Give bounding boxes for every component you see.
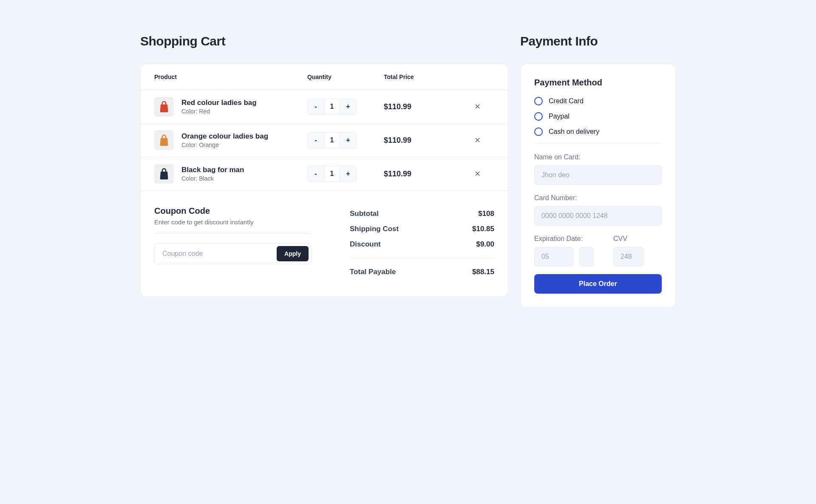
card-number-input[interactable] [534, 206, 662, 226]
coupon-subtitle: Enter code to get discount instantly [154, 218, 312, 226]
cart-row: Black bag for manColor: Black-1+$110.99✕ [141, 157, 508, 191]
payment-divider [534, 143, 662, 143]
shipping-value: $10.85 [472, 225, 494, 233]
qty-decrease-button[interactable]: - [308, 166, 324, 181]
product-name: Red colour ladies bag [181, 99, 257, 107]
name-on-card-label: Name on Card: [534, 153, 662, 161]
coupon-input[interactable] [162, 250, 277, 258]
cart-row: Orange colour ladies bagColor: Orange-1+… [141, 124, 508, 157]
qty-value: 1 [324, 166, 340, 181]
payment-method-option[interactable]: Credit Card [534, 97, 662, 105]
subtotal-label: Subtotal [350, 210, 379, 218]
coupon-title: Coupon Code [154, 206, 312, 216]
close-icon: ✕ [474, 136, 481, 145]
radio-icon [534, 112, 543, 121]
product-thumbnail [154, 130, 174, 150]
header-total: Total Price [384, 74, 460, 80]
payment-method-label: Credit Card [549, 97, 584, 105]
exp-month-input[interactable] [534, 247, 573, 266]
product-variant: Color: Orange [181, 142, 268, 148]
cvv-input[interactable] [613, 247, 644, 266]
cvv-label: CVV [613, 235, 662, 243]
line-price: $110.99 [384, 170, 460, 178]
product-variant: Color: Red [181, 108, 257, 115]
close-icon: ✕ [474, 169, 481, 178]
qty-value: 1 [324, 133, 340, 148]
payment-card: Payment Method Credit CardPaypalCash on … [520, 64, 676, 308]
product-name: Orange colour ladies bag [181, 132, 268, 141]
payment-method-label: Paypal [549, 113, 570, 120]
payable-value: $88.15 [472, 268, 494, 276]
subtotal-value: $108 [478, 210, 494, 218]
qty-decrease-button[interactable]: - [308, 99, 324, 114]
discount-value: $9.00 [476, 240, 494, 249]
qty-decrease-button[interactable]: - [308, 133, 324, 148]
payment-method-option[interactable]: Cash on delivery [534, 127, 662, 136]
close-icon: ✕ [474, 102, 481, 111]
expiration-label: Expiration Date: [534, 235, 594, 243]
card-number-label: Card Number: [534, 194, 662, 202]
line-price: $110.99 [384, 102, 460, 111]
cart-row: Red colour ladies bagColor: Red-1+$110.9… [141, 90, 508, 124]
product-variant: Color: Black [181, 175, 244, 182]
product-name: Black bag for man [181, 166, 244, 174]
cart-card: Product Quantity Total Price Red colour … [140, 64, 508, 297]
product-thumbnail [154, 97, 174, 116]
name-on-card-input[interactable] [534, 165, 662, 185]
remove-item-button[interactable]: ✕ [460, 136, 494, 145]
payment-method-title: Payment Method [534, 78, 662, 88]
payable-label: Total Payable [350, 268, 396, 276]
payment-method-label: Cash on delivery [549, 128, 599, 136]
quantity-stepper: -1+ [307, 132, 357, 148]
qty-increase-button[interactable]: + [340, 133, 356, 148]
coupon-section: Coupon Code Enter code to get discount i… [154, 206, 312, 280]
discount-label: Discount [350, 240, 381, 249]
exp-year-input[interactable] [579, 247, 594, 266]
header-product: Product [154, 74, 307, 80]
coupon-divider [154, 233, 312, 234]
quantity-stepper: -1+ [307, 99, 357, 115]
totals-section: Subtotal $108 Shipping Cost $10.85 Disco… [350, 206, 494, 280]
product-thumbnail [154, 164, 174, 184]
qty-increase-button[interactable]: + [340, 99, 356, 114]
line-price: $110.99 [384, 136, 460, 145]
apply-button[interactable]: Apply [277, 246, 309, 261]
totals-divider [350, 258, 494, 258]
payment-title: Payment Info [520, 34, 676, 48]
coupon-input-group: Apply [154, 243, 312, 264]
payment-method-option[interactable]: Paypal [534, 112, 662, 121]
cart-table-header: Product Quantity Total Price [141, 64, 508, 90]
shipping-label: Shipping Cost [350, 225, 399, 233]
qty-value: 1 [324, 99, 340, 114]
remove-item-button[interactable]: ✕ [460, 102, 494, 111]
page-title: Shopping Cart [140, 34, 508, 48]
radio-icon [534, 127, 543, 136]
place-order-button[interactable]: Place Order [534, 274, 662, 294]
qty-increase-button[interactable]: + [340, 166, 356, 181]
quantity-stepper: -1+ [307, 166, 357, 182]
header-quantity: Quantity [307, 74, 384, 80]
radio-icon [534, 97, 543, 105]
remove-item-button[interactable]: ✕ [460, 169, 494, 178]
